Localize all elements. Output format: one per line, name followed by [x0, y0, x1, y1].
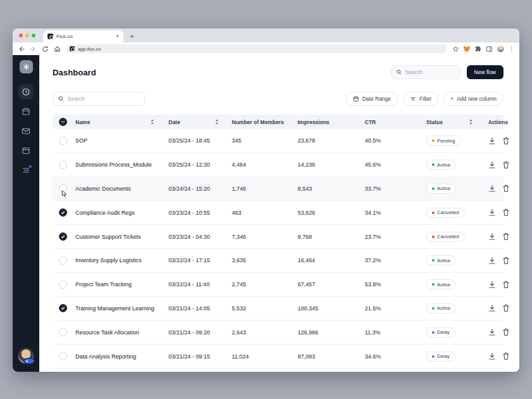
delete-trash-icon[interactable]	[502, 304, 510, 312]
metamask-extension-icon[interactable]	[464, 46, 470, 52]
delete-trash-icon[interactable]	[502, 232, 510, 241]
cell-ctr: 34.1%	[365, 210, 426, 216]
download-icon[interactable]	[488, 328, 496, 336]
extensions-puzzle-icon[interactable]	[474, 46, 481, 53]
row-checkbox[interactable]	[59, 208, 67, 217]
cell-members: 7,346	[232, 234, 298, 240]
status-label: Delay	[437, 329, 450, 335]
delete-trash-icon[interactable]	[502, 161, 510, 169]
delete-trash-icon[interactable]	[502, 256, 510, 265]
download-icon[interactable]	[488, 256, 496, 265]
table-search-input[interactable]	[68, 96, 139, 102]
cell-impressions: 23,678	[298, 137, 365, 144]
sidebar-item-tasks[interactable]	[18, 163, 34, 178]
delete-trash-icon[interactable]	[502, 184, 510, 193]
download-icon[interactable]	[488, 281, 496, 289]
global-search-input[interactable]	[405, 69, 455, 75]
sidebar-item-dashboard[interactable]	[18, 84, 34, 99]
close-window-button[interactable]	[19, 34, 23, 37]
add-new-column-button[interactable]: + Add new column	[443, 92, 504, 106]
browser-menu-icon[interactable]: ⋮	[509, 46, 514, 52]
row-checkbox[interactable]	[59, 137, 67, 145]
home-icon[interactable]	[54, 46, 61, 53]
table-row[interactable]: Training Management Learning 03/21/24 - …	[53, 297, 504, 321]
status-dot-icon	[432, 236, 434, 238]
column-header-date[interactable]: Date	[168, 119, 232, 125]
table-row[interactable]: Data Analysis Reporting 03/21/24 - 09:15…	[53, 345, 504, 369]
status-dot-icon	[432, 331, 434, 334]
date-range-button[interactable]: Date Range	[346, 92, 398, 106]
url-field[interactable]: app.flux.co	[66, 44, 447, 53]
delete-trash-icon[interactable]	[502, 137, 510, 145]
avatar-status-badge	[23, 358, 35, 364]
minimize-window-button[interactable]	[25, 34, 29, 37]
row-checkbox[interactable]	[59, 328, 67, 336]
reload-icon[interactable]	[42, 46, 49, 53]
maximize-window-button[interactable]	[32, 34, 35, 37]
status-badge: Delay	[426, 352, 455, 362]
delete-trash-icon[interactable]	[502, 208, 510, 217]
app-logo[interactable]	[20, 60, 33, 73]
status-dot-icon	[432, 283, 434, 286]
table-row[interactable]: Compliance Audit Regs 03/23/24 - 10:55 4…	[53, 201, 504, 225]
sidebar-item-window[interactable]	[18, 143, 34, 158]
bookmark-star-icon[interactable]	[452, 46, 459, 53]
tab-close-icon[interactable]: ×	[116, 34, 119, 39]
sort-icon[interactable]	[150, 119, 155, 125]
cell-status: Cancelled	[426, 232, 481, 242]
delete-trash-icon[interactable]	[502, 328, 510, 336]
global-search[interactable]	[391, 65, 460, 79]
filter-button[interactable]: Filter	[403, 92, 438, 106]
download-icon[interactable]	[488, 184, 496, 193]
table-row[interactable]: Resource Task Allocation 03/21/24 - 09:2…	[53, 320, 504, 345]
sort-icon[interactable]	[469, 119, 473, 125]
row-checkbox[interactable]	[59, 281, 67, 289]
side-panel-icon[interactable]	[486, 46, 493, 53]
row-checkbox[interactable]	[59, 256, 67, 265]
new-tab-button[interactable]: +	[130, 33, 134, 41]
row-checkbox[interactable]	[59, 304, 67, 312]
status-badge: Active	[426, 184, 456, 194]
forward-icon[interactable]	[30, 46, 37, 53]
table-search[interactable]	[53, 92, 145, 106]
column-header-status[interactable]: Status	[426, 119, 481, 125]
row-checkbox[interactable]	[59, 352, 67, 360]
delete-trash-icon[interactable]	[502, 352, 510, 360]
table-row[interactable]: Academic Documents 03/24/24 - 15:20 1,74…	[53, 177, 504, 201]
download-icon[interactable]	[488, 232, 496, 241]
download-icon[interactable]	[488, 137, 496, 145]
download-icon[interactable]	[488, 304, 496, 312]
table-row[interactable]: Submissions Process_Module 03/25/24 - 12…	[53, 153, 504, 177]
cell-members: 3,635	[232, 257, 298, 263]
row-checkbox[interactable]	[59, 161, 67, 169]
user-avatar[interactable]	[18, 348, 34, 364]
row-checkbox[interactable]	[59, 232, 67, 241]
back-icon[interactable]	[18, 46, 25, 53]
cell-impressions: 126,986	[298, 329, 365, 336]
mail-icon	[22, 127, 30, 136]
cell-status: Active	[426, 303, 481, 314]
table-row[interactable]: SOP 03/25/24 - 18:45 345 23,678 40.5% Pe…	[53, 129, 504, 153]
table-row[interactable]: Inventory Supply Logistics 03/22/24 - 17…	[53, 249, 504, 273]
sidebar-item-calendar[interactable]	[18, 104, 34, 119]
download-icon[interactable]	[488, 352, 496, 360]
tab-favicon-icon	[48, 34, 53, 39]
status-dot-icon	[432, 355, 434, 358]
delete-trash-icon[interactable]	[502, 281, 510, 289]
sidebar-item-mail[interactable]	[18, 124, 34, 139]
sort-icon[interactable]	[215, 119, 219, 125]
browser-profile-avatar[interactable]	[497, 46, 504, 53]
column-header-name[interactable]: Name	[75, 119, 168, 125]
download-icon[interactable]	[488, 208, 496, 217]
cell-status: Delay	[426, 327, 481, 338]
browser-tab[interactable]: Flux.co ×	[43, 30, 124, 42]
url-favicon-icon	[70, 46, 75, 51]
download-icon[interactable]	[488, 161, 496, 169]
table-row[interactable]: Customer Support Tickets 03/23/24 - 04:3…	[53, 225, 504, 249]
mouse-cursor-icon	[61, 190, 68, 198]
table-row[interactable]: Project Team Tracking 03/22/24 - 11:40 2…	[53, 273, 504, 297]
select-all-checkbox[interactable]	[59, 118, 67, 126]
header-select-all[interactable]	[59, 118, 75, 126]
new-flow-button[interactable]: New flow	[467, 65, 504, 79]
cell-actions	[481, 304, 510, 312]
